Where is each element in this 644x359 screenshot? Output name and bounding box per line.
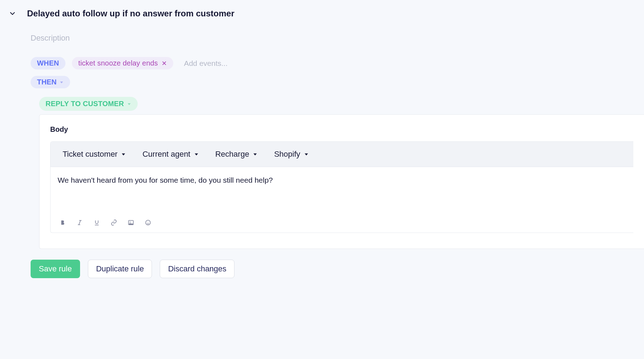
action-row: REPLY TO CUSTOMER <box>39 97 644 111</box>
editor-body: We haven't heard from you for some time,… <box>51 167 633 233</box>
format-bar <box>58 217 626 228</box>
svg-marker-3 <box>195 154 198 156</box>
reply-action-label: REPLY TO CUSTOMER <box>46 100 124 108</box>
editor-box: Ticket customer Current agent Recharge <box>50 141 633 233</box>
then-row: THEN <box>31 76 644 88</box>
save-button[interactable]: Save rule <box>31 260 80 278</box>
svg-line-8 <box>79 220 81 225</box>
add-events-input[interactable]: Add events... <box>184 59 228 68</box>
description-input[interactable]: Description <box>31 33 644 43</box>
underline-icon[interactable] <box>93 219 100 226</box>
action-buttons-row: Save rule Duplicate rule Discard changes <box>31 260 644 278</box>
when-row: WHEN ticket snooze delay ends ✕ Add even… <box>31 57 644 69</box>
duplicate-button[interactable]: Duplicate rule <box>88 260 152 278</box>
svg-marker-4 <box>254 154 257 156</box>
svg-point-12 <box>146 220 151 225</box>
action-panel: Body Ticket customer Current agent Recha… <box>39 114 644 249</box>
chevron-down-icon <box>194 152 199 157</box>
chevron-down-icon <box>253 152 258 157</box>
bold-icon[interactable] <box>59 219 66 226</box>
chevron-down-icon <box>59 80 64 84</box>
svg-marker-0 <box>60 82 63 83</box>
then-label: THEN <box>37 78 57 86</box>
toolbar-item-label: Shopify <box>274 150 300 159</box>
svg-point-14 <box>149 222 149 223</box>
chevron-down-icon <box>121 152 126 157</box>
toolbar-ticket-customer[interactable]: Ticket customer <box>63 150 126 159</box>
close-icon[interactable]: ✕ <box>162 59 167 67</box>
discard-button[interactable]: Discard changes <box>160 260 234 278</box>
body-label: Body <box>50 125 633 134</box>
toolbar-item-label: Current agent <box>142 150 190 159</box>
image-icon[interactable] <box>127 219 134 226</box>
rule-title: Delayed auto follow up if no answer from… <box>27 9 234 19</box>
svg-point-13 <box>147 222 148 223</box>
rule-content: Description WHEN ticket snooze delay end… <box>0 33 644 278</box>
message-body-input[interactable]: We haven't heard from you for some time,… <box>58 175 626 217</box>
emoji-icon[interactable] <box>144 219 152 226</box>
toolbar-current-agent[interactable]: Current agent <box>142 150 199 159</box>
svg-marker-2 <box>122 154 125 156</box>
chevron-down-icon <box>304 152 309 157</box>
chevron-down-icon[interactable] <box>9 10 16 17</box>
when-pill[interactable]: WHEN <box>31 57 65 69</box>
link-icon[interactable] <box>110 219 117 226</box>
then-pill[interactable]: THEN <box>31 76 70 88</box>
italic-icon[interactable] <box>76 219 83 226</box>
svg-marker-5 <box>305 154 308 156</box>
chevron-down-icon <box>127 102 131 106</box>
toolbar-item-label: Ticket customer <box>63 150 117 159</box>
rule-header-row: Delayed auto follow up if no answer from… <box>0 9 644 19</box>
reply-action-pill[interactable]: REPLY TO CUSTOMER <box>39 97 138 111</box>
toolbar-shopify[interactable]: Shopify <box>274 150 308 159</box>
toolbar-item-label: Recharge <box>215 150 249 159</box>
event-chip[interactable]: ticket snooze delay ends ✕ <box>72 57 173 69</box>
rule-editor-page: Delayed auto follow up if no answer from… <box>0 0 644 359</box>
event-chip-label: ticket snooze delay ends <box>78 59 158 67</box>
svg-point-11 <box>130 222 131 222</box>
variable-toolbar: Ticket customer Current agent Recharge <box>51 142 633 167</box>
toolbar-recharge[interactable]: Recharge <box>215 150 258 159</box>
svg-marker-1 <box>128 103 131 105</box>
conditions-block: WHEN ticket snooze delay ends ✕ Add even… <box>31 57 644 249</box>
when-label: WHEN <box>37 59 59 67</box>
